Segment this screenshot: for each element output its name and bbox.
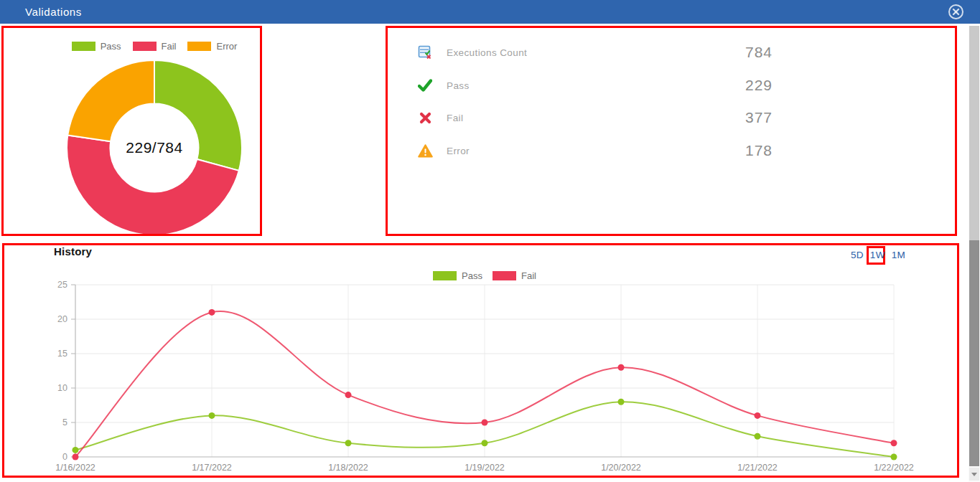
- data-point-pass[interactable]: [345, 440, 352, 446]
- x-axis-tick-label: 1/20/2022: [601, 463, 641, 473]
- stat-label: Error: [447, 146, 470, 156]
- data-point-pass[interactable]: [891, 454, 897, 460]
- stat-label: Pass: [447, 80, 470, 91]
- range-button-5d[interactable]: 5D: [851, 250, 864, 260]
- validations-dialog: Validations Pass Fail Error: [0, 0, 980, 482]
- data-point-fail[interactable]: [891, 440, 897, 446]
- legend-item-error[interactable]: Error: [187, 40, 237, 52]
- data-point-pass[interactable]: [618, 399, 625, 405]
- error-swatch: [187, 42, 211, 51]
- data-point-fail[interactable]: [73, 454, 79, 460]
- stat-row-error: Error 178: [416, 140, 818, 161]
- donut-slice-error[interactable]: [67, 60, 154, 141]
- dialog-title: Validations: [25, 6, 82, 18]
- warning-icon: [416, 143, 434, 159]
- legend-label: Fail: [162, 41, 177, 52]
- scrollbar-thumb[interactable]: [969, 240, 979, 466]
- legend-label: Pass: [101, 41, 121, 52]
- executions-report-icon: [416, 44, 434, 60]
- stat-label: Executions Count: [447, 47, 527, 58]
- cross-icon: [416, 110, 434, 126]
- data-point-pass[interactable]: [209, 412, 215, 419]
- x-axis-tick-label: 1/16/2022: [55, 463, 95, 473]
- data-point-fail[interactable]: [345, 392, 352, 398]
- legend-item-fail[interactable]: Fail: [133, 40, 177, 52]
- data-point-fail[interactable]: [755, 412, 761, 419]
- stat-value: 229: [745, 77, 773, 94]
- legend-label: Error: [216, 41, 237, 52]
- range-button-1w[interactable]: 1W: [870, 250, 885, 260]
- data-point-pass[interactable]: [755, 433, 761, 440]
- donut-center-label: 229/784: [101, 139, 208, 156]
- scrollbar-down-button[interactable]: [969, 468, 979, 481]
- data-point-fail[interactable]: [618, 364, 625, 371]
- titlebar: Validations: [0, 0, 980, 24]
- stat-value: 178: [745, 142, 773, 159]
- fail-swatch: [133, 42, 157, 51]
- donut-legend: Pass Fail Error: [47, 40, 262, 52]
- y-axis-tick-label: 25: [57, 280, 67, 290]
- y-axis-tick-label: 20: [57, 314, 67, 324]
- data-point-pass[interactable]: [73, 447, 79, 453]
- stat-value: 784: [745, 44, 773, 61]
- close-button[interactable]: [948, 4, 964, 20]
- x-axis-tick-label: 1/18/2022: [328, 463, 368, 473]
- range-buttons: 5D 1W 1M: [851, 250, 905, 260]
- stat-row-executions: Executions Count 784: [416, 42, 818, 63]
- stat-label: Fail: [447, 113, 463, 123]
- x-axis-tick-label: 1/22/2022: [874, 463, 914, 473]
- x-axis-tick-label: 1/21/2022: [737, 463, 778, 473]
- stat-row-pass: Pass 229: [416, 75, 818, 96]
- data-point-fail[interactable]: [209, 309, 215, 316]
- circle-x-icon: [948, 4, 964, 20]
- data-point-pass[interactable]: [482, 440, 488, 446]
- x-axis-tick-label: 1/19/2022: [465, 463, 505, 473]
- y-axis-tick-label: 0: [62, 452, 67, 462]
- legend-item-pass[interactable]: Pass: [72, 40, 121, 52]
- data-point-fail[interactable]: [482, 420, 488, 426]
- y-axis-tick-label: 5: [62, 417, 67, 427]
- y-axis-tick-label: 10: [57, 383, 67, 393]
- y-axis-tick-label: 15: [57, 349, 67, 359]
- range-button-1m[interactable]: 1M: [892, 250, 905, 260]
- x-axis-tick-label: 1/17/2022: [192, 463, 232, 473]
- history-line-chart: 05101520251/16/20221/17/20221/18/20221/1…: [0, 242, 980, 482]
- chevron-down-icon: [971, 473, 977, 476]
- check-icon: [416, 77, 434, 93]
- pass-swatch: [72, 42, 95, 51]
- vertical-scrollbar[interactable]: [969, 26, 980, 482]
- stat-row-fail: Fail 377: [416, 107, 818, 128]
- scrollbar-track[interactable]: [969, 26, 979, 240]
- stat-value: 377: [745, 109, 773, 126]
